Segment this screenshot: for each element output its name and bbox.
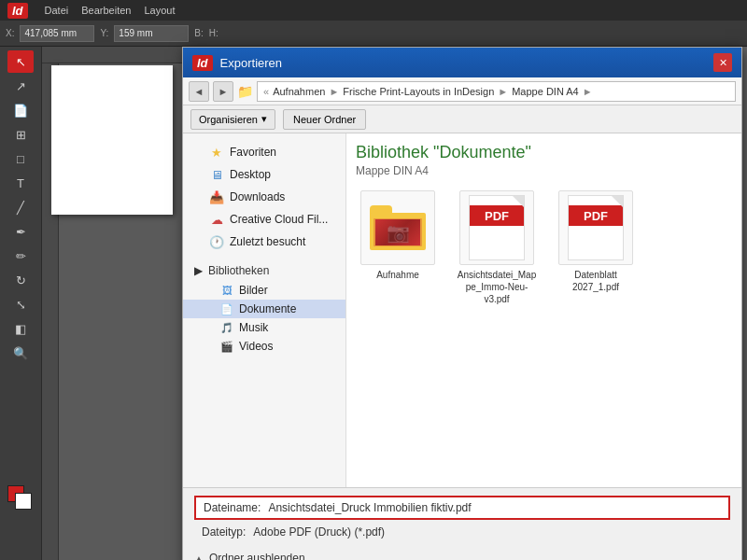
libraries-label: Bibliotheken	[208, 264, 269, 277]
pencil-tool[interactable]: ✏	[7, 245, 34, 267]
forward-button[interactable]: ►	[213, 81, 233, 102]
sidebar-lib-images[interactable]: 🖼 Bilder	[183, 281, 345, 300]
sidebar-lib-music[interactable]: 🎵 Musik	[183, 318, 345, 337]
file-label-ansichtsdatei: Ansichtsdatei_Mappe_Immo-Neu-v3.pdf	[455, 269, 539, 305]
filename-label: Dateiname:	[204, 501, 261, 514]
gap-tool[interactable]: ⊞	[7, 123, 34, 146]
collapse-arrow-icon: ▲	[194, 553, 204, 561]
lib-documents-label: Dokumente	[239, 302, 296, 315]
libraries-expand-icon: ▶	[194, 264, 203, 277]
sidebar-downloads-label: Downloads	[230, 190, 285, 203]
scale-tool[interactable]: ⤡	[7, 293, 34, 315]
favorites-label: Favoriten	[230, 146, 276, 159]
direct-select-tool[interactable]: ↗	[7, 75, 34, 97]
libraries-header: ▶ Bibliotheken	[183, 260, 345, 281]
file-item-ansichtsdatei[interactable]: PDF Ansichtsdatei_Mappe_Immo-Neu-v3.pdf	[455, 190, 539, 305]
file-item-aufnahme[interactable]: 📷 Aufnahme	[356, 190, 440, 305]
aufnahme-folder-icon: 📷	[370, 205, 426, 250]
pdf-icon-wrapper-ansichtsdatei: PDF	[459, 190, 534, 265]
menu-datei[interactable]: Datei	[45, 5, 69, 16]
path-arrow-3: ►	[583, 86, 593, 97]
gradient-tool[interactable]: ◧	[7, 317, 34, 340]
desktop-icon: 🖥	[209, 167, 224, 182]
y-label: Y:	[100, 28, 108, 38]
dialog-titlebar: Id Exportieren ✕	[183, 48, 741, 77]
history-icon: 🕐	[209, 234, 224, 249]
folder-inner: 📷	[374, 218, 422, 246]
address-bar: ◄ ► 📁 « Aufnahmen ► Frische Print-Layout…	[183, 77, 741, 105]
back-button[interactable]: ◄	[189, 81, 209, 102]
file-grid: 📷 Aufnahme	[356, 190, 732, 305]
sidebar-recent-label: Zuletzt besucht	[230, 235, 305, 248]
sidebar-lib-documents[interactable]: 📄 Dokumente	[183, 300, 345, 318]
library-subtitle: Mappe DIN A4	[356, 164, 732, 177]
file-item-datenblatt[interactable]: PDF Datenblatt 2027_1.pdf	[554, 190, 638, 305]
folder-icon-wrapper-aufnahme: 📷	[360, 190, 435, 265]
pdf-badge-1: PDF	[470, 205, 524, 226]
file-label-aufnahme: Aufnahme	[376, 269, 419, 281]
app-logo: Id	[7, 3, 28, 19]
select-tool[interactable]: ↖	[7, 50, 34, 73]
menu-bearbeiten[interactable]: Bearbeiten	[81, 5, 131, 16]
toolbar: X: Y: B: H:	[0, 21, 747, 47]
filetype-value: Adobe PDF (Druck) (*.pdf)	[253, 525, 385, 539]
b-label: B:	[194, 28, 203, 38]
page-tool[interactable]: 📄	[7, 99, 34, 121]
organise-label: Organisieren	[199, 114, 258, 125]
path-segment-1[interactable]: Aufnahmen	[273, 86, 325, 97]
sidebar-item-creative-cloud[interactable]: ☁ Creative Cloud Fil...	[183, 208, 345, 231]
dialog-close-button[interactable]: ✕	[713, 53, 732, 72]
file-label-datenblatt: Datenblatt 2027_1.pdf	[554, 269, 638, 293]
horizontal-ruler	[42, 47, 201, 63]
folder-thumbnail: 📷	[375, 219, 420, 245]
pen-tool[interactable]: ✒	[7, 220, 34, 243]
menu-layout[interactable]: Layout	[144, 5, 175, 16]
path-sep-1: «	[263, 86, 269, 97]
filetype-label: Dateityp:	[202, 525, 246, 539]
downloads-icon: 📥	[209, 189, 224, 204]
type-tool[interactable]: T	[7, 172, 34, 194]
path-arrow-1: ►	[329, 86, 339, 97]
pdf-icon-datenblatt: PDF	[568, 195, 624, 260]
sidebar-favorites-header: ★ Favoriten	[183, 141, 345, 163]
document-canvas: *DIN A4 Mappe Immo...	[42, 47, 201, 560]
cloud-icon: ☁	[209, 212, 224, 227]
new-folder-button[interactable]: Neuer Ordner	[283, 109, 366, 130]
x-input[interactable]	[20, 25, 94, 42]
videos-lib-icon: 🎬	[220, 340, 233, 353]
dialog-bottom: Dateiname: Dateityp: Adobe PDF (Druck) (…	[183, 487, 741, 548]
indesign-background: Id Datei Bearbeiten Layout X: Y: B: H: ↖…	[0, 0, 747, 560]
filename-row: Dateiname:	[194, 496, 730, 520]
sidebar-item-downloads[interactable]: 📥 Downloads	[183, 186, 345, 208]
dialog-toolbar: Organisieren ▾ Neuer Ordner	[183, 105, 741, 133]
pdf-badge-2: PDF	[569, 205, 623, 226]
address-path[interactable]: « Aufnahmen ► Frische Print-Layouts in I…	[257, 81, 736, 102]
dialog-logo: Id	[192, 55, 213, 71]
collapse-section[interactable]: ▲ Ordner ausblenden	[183, 548, 741, 560]
organise-button[interactable]: Organisieren ▾	[190, 109, 275, 130]
path-segment-2[interactable]: Frische Print-Layouts in InDesign	[343, 86, 494, 97]
sidebar-lib-videos[interactable]: 🎬 Videos	[183, 337, 345, 356]
images-lib-icon: 🖼	[220, 284, 233, 297]
folder-icon-addr[interactable]: 📁	[237, 84, 253, 99]
x-label: X:	[6, 28, 14, 38]
line-tool[interactable]: ╱	[7, 196, 34, 218]
dialog-title: Exportieren	[220, 56, 706, 70]
document-page	[51, 65, 173, 215]
file-content: Bibliothek "Dokumente" Mappe DIN A4 📷	[346, 133, 741, 487]
folder-body: 📷	[370, 213, 426, 250]
filename-input[interactable]	[268, 501, 721, 514]
dialog-body: ★ Favoriten 🖥 Desktop 📥 Downloads ☁ Crea…	[183, 133, 741, 487]
zoom-tool[interactable]: 🔍	[7, 342, 34, 364]
background-color[interactable]	[15, 493, 32, 510]
sidebar-item-recent[interactable]: 🕐 Zuletzt besucht	[183, 231, 345, 253]
rotate-tool[interactable]: ↻	[7, 269, 34, 291]
frame-tool[interactable]: □	[7, 147, 34, 170]
sidebar-item-desktop[interactable]: 🖥 Desktop	[183, 163, 345, 186]
h-label: H:	[209, 28, 218, 38]
y-input[interactable]	[114, 25, 189, 42]
pdf-icon-wrapper-datenblatt: PDF	[558, 190, 633, 265]
path-segment-3[interactable]: Mappe DIN A4	[512, 86, 579, 97]
pdf-icon-ansichtsdatei: PDF	[469, 195, 525, 260]
library-title: Bibliothek "Dokumente"	[356, 143, 732, 162]
